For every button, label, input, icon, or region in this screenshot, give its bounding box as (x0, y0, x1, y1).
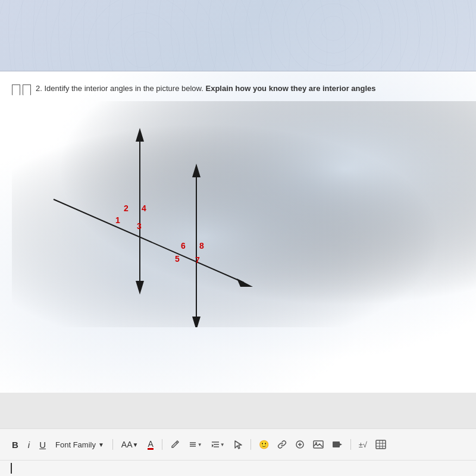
svg-marker-16 (212, 444, 214, 447)
question-text: 2. Identify the interior angles in the p… (36, 83, 376, 94)
draw-button[interactable] (168, 439, 181, 450)
edit-icon (295, 440, 305, 449)
link-icon (277, 440, 287, 449)
font-size-label: AA (121, 440, 133, 449)
label-6: 6 (181, 241, 186, 250)
top-decorative-area (0, 0, 476, 71)
svg-rect-25 (376, 440, 386, 449)
question-bold-text: Explain how you know they are interior a… (205, 84, 375, 93)
font-color-label: A (148, 440, 153, 450)
font-color-button[interactable]: A (145, 439, 155, 451)
toolbar-divider-1 (112, 439, 113, 450)
svg-rect-1 (12, 101, 476, 327)
geometry-diagram: 2 4 1 3 6 8 5 7 (12, 101, 476, 327)
list-icon (188, 440, 198, 449)
label-3: 3 (137, 221, 142, 231)
label-8: 8 (199, 241, 204, 250)
label-4: 4 (142, 203, 146, 213)
toolbar-main-row: B i U Font Family ▼ AA ▼ A (0, 429, 476, 460)
question-number: 2. (36, 84, 42, 93)
bold-button[interactable]: B (10, 439, 21, 451)
bookmark-icon-1[interactable] (12, 84, 20, 95)
label-5: 5 (175, 254, 180, 264)
link-button[interactable] (275, 439, 289, 450)
question-normal-text: Identify the interior angles in the pict… (44, 84, 203, 93)
table-icon (375, 440, 386, 449)
formula-button[interactable]: ±√ (357, 439, 369, 450)
indent-button[interactable]: ▼ (209, 439, 227, 450)
toolbar: B i U Font Family ▼ AA ▼ A (0, 428, 476, 476)
font-size-dropdown-icon: ▼ (133, 441, 139, 448)
font-family-label: Font Family (55, 440, 96, 449)
toolbar-divider-2 (162, 439, 162, 450)
image-button[interactable] (311, 439, 325, 450)
font-size-button[interactable]: AA ▼ (119, 439, 141, 450)
toolbar-divider-4 (350, 439, 351, 450)
cursor-button[interactable] (231, 439, 245, 450)
video-button[interactable] (330, 439, 345, 450)
svg-marker-17 (235, 441, 242, 449)
svg-rect-23 (333, 441, 340, 447)
indent-icon (211, 440, 220, 449)
text-cursor (11, 463, 12, 474)
main-content-area: 2. Identify the interior angles in the p… (0, 71, 476, 393)
cursor-icon (234, 440, 242, 449)
diagram-area: 2 4 1 3 6 8 5 7 (12, 101, 464, 327)
toolbar-cursor-row (0, 460, 476, 476)
emoji-button[interactable]: 🙂 (257, 439, 271, 450)
label-7: 7 (195, 255, 200, 265)
font-family-button[interactable]: Font Family ▼ (53, 439, 107, 450)
label-1: 1 (115, 215, 120, 225)
underline-button[interactable]: U (37, 439, 48, 451)
font-family-dropdown-icon: ▼ (98, 441, 104, 448)
svg-marker-24 (340, 443, 342, 446)
list-button[interactable]: ▼ (186, 439, 204, 450)
label-2: 2 (124, 203, 129, 213)
edit-button[interactable] (293, 439, 306, 450)
question-row: 2. Identify the interior angles in the p… (12, 83, 464, 95)
bookmark-icon-2[interactable] (23, 84, 31, 95)
toolbar-divider-3 (250, 439, 251, 450)
video-icon (332, 440, 343, 449)
italic-button[interactable]: i (26, 439, 32, 451)
image-icon (313, 440, 324, 449)
table-button[interactable] (374, 439, 388, 450)
top-ripple-bg (0, 0, 476, 71)
pencil-icon (170, 440, 180, 449)
bookmark-icons (12, 84, 31, 95)
